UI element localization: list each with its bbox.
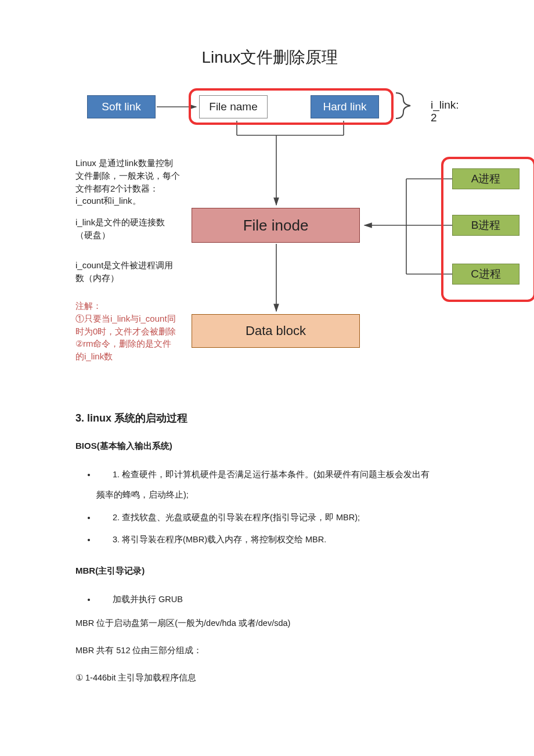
deletion-diagram: Soft link File name Hard link i_link: 2 … [75, 92, 464, 399]
list-item: 2. 查找软盘、光盘或硬盘的引导装在程序(指引导记录，即 MBR); [96, 507, 464, 528]
mbr-heading: MBR(主引导记录) [75, 560, 464, 581]
data-block-box: Data block [192, 314, 360, 348]
list-text: 1. 检查硬件，即计算机硬件是否满足运行基本条件。(如果硬件有问题主板会发出有 [113, 470, 430, 479]
side-text-3: i_count是文件被进程调用数（内存） [75, 259, 180, 285]
side-text-4: 注解： ①只要当i_link与i_count同时为0时，文件才会被删除 ②rm命… [75, 300, 180, 363]
bios-heading: BIOS(基本输入输出系统) [75, 435, 464, 456]
softlink-box: Soft link [87, 95, 156, 118]
list-item: 3. 将引导装在程序(MBR)载入内存，将控制权交给 MBR. [96, 530, 464, 550]
process-a-box: A进程 [452, 168, 519, 189]
body-text: MBR 共有 512 位由三部分组成： [75, 640, 464, 661]
body-text: ① 1-446bit 主引导加载程序信息 [75, 668, 464, 688]
page-title: Linux文件删除原理 [75, 46, 464, 69]
side-text-1: Linux 是通过link数量控制文件删除，一般来说，每个文件都有2个计数器：i… [75, 157, 180, 207]
body-text: MBR 位于启动盘第一扇区(一般为/dev/hda 或者/dev/sda) [75, 613, 464, 633]
ilink-label: i_link: 2 [431, 99, 464, 124]
list-text: 频率的蜂鸣，启动终止); [96, 485, 189, 505]
filename-box: File name [199, 95, 268, 118]
mbr-list: 加载并执行 GRUB [75, 589, 464, 610]
process-b-box: B进程 [452, 215, 519, 236]
process-c-box: C进程 [452, 264, 519, 285]
file-inode-box: File inode [192, 208, 360, 243]
side-text-2: i_link是文件的硬连接数（硬盘） [75, 216, 180, 242]
hardlink-box: Hard link [311, 95, 379, 118]
brace-icon [392, 92, 423, 120]
list-item: 1. 检查硬件，即计算机硬件是否满足运行基本条件。(如果硬件有问题主板会发出有 … [96, 465, 464, 505]
list-item: 加载并执行 GRUB [96, 589, 464, 610]
bios-list: 1. 检查硬件，即计算机硬件是否满足运行基本条件。(如果硬件有问题主板会发出有 … [75, 465, 464, 550]
section-heading: 3. linux 系统的启动过程 [75, 411, 464, 425]
